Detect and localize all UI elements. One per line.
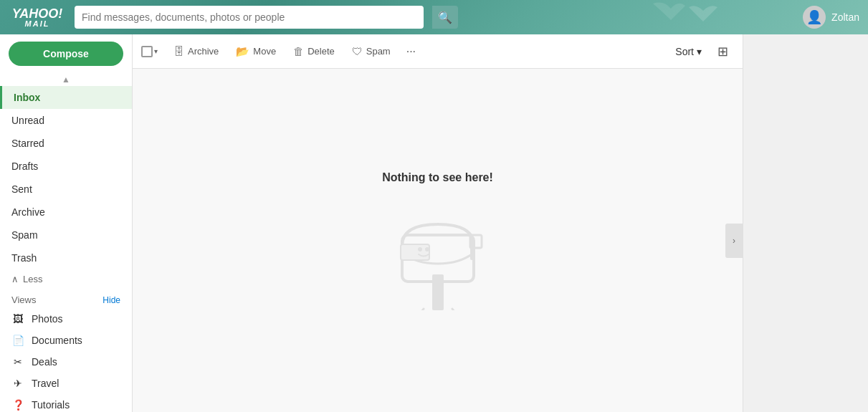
chevron-right-icon: › xyxy=(733,236,735,246)
scroll-up-indicator: ▲ xyxy=(0,73,132,86)
views-section-header: Views Hide xyxy=(0,289,132,308)
mailbox-illustration xyxy=(388,196,488,310)
delete-btn-label: Delete xyxy=(307,46,335,57)
search-bar xyxy=(75,6,424,29)
right-panel xyxy=(743,34,868,412)
photos-label: Photos xyxy=(32,313,63,325)
sidebar-item-deals[interactable]: ✂ Deals xyxy=(0,351,132,373)
less-toggle[interactable]: ∧ Less xyxy=(0,269,132,289)
sent-label: Sent xyxy=(11,183,32,195)
username-label: Zoltan xyxy=(831,11,859,23)
logo: YAHOO! MAIL xyxy=(9,7,66,28)
move-button[interactable]: 📂 Move xyxy=(229,42,283,62)
sidebar-item-inbox[interactable]: Inbox xyxy=(0,86,132,109)
sort-arrow-icon: ▾ xyxy=(697,46,702,57)
select-all-checkbox[interactable] xyxy=(141,46,153,57)
photos-icon: 🖼 xyxy=(11,312,24,325)
svg-rect-0 xyxy=(432,274,444,310)
tutorials-icon: ❓ xyxy=(11,398,24,411)
delete-button[interactable]: 🗑 Delete xyxy=(286,42,342,61)
move-icon: 📂 xyxy=(236,45,249,58)
archive-label: Archive xyxy=(11,206,45,218)
sidebar-item-sent[interactable]: Sent xyxy=(0,178,132,201)
sidebar-item-unread[interactable]: Unread xyxy=(0,109,132,132)
starred-label: Starred xyxy=(11,138,44,149)
views-label: Views xyxy=(11,294,36,305)
spam-icon: 🛡 xyxy=(352,45,363,57)
sidebar-item-starred[interactable]: Starred xyxy=(0,132,132,155)
documents-label: Documents xyxy=(32,335,82,346)
archive-icon: 🗄 xyxy=(173,45,184,57)
archive-btn-label: Archive xyxy=(188,46,219,57)
archive-button[interactable]: 🗄 Archive xyxy=(166,42,226,61)
more-button[interactable]: ··· xyxy=(401,42,421,62)
select-all-area: ▾ xyxy=(141,46,158,57)
toolbar: ▾ 🗄 Archive 📂 Move 🗑 Delete 🛡 Spam ··· xyxy=(133,34,743,69)
spam-label: Spam xyxy=(11,229,38,241)
svg-rect-2 xyxy=(401,244,429,260)
main-content: ▾ 🗄 Archive 📂 Move 🗑 Delete 🛡 Spam ··· xyxy=(133,34,743,412)
search-button[interactable]: 🔍 xyxy=(432,6,458,29)
hide-link[interactable]: Hide xyxy=(102,295,120,305)
sidebar-item-drafts[interactable]: Drafts xyxy=(0,155,132,178)
tutorials-label: Tutorials xyxy=(32,399,70,411)
spam-button[interactable]: 🛡 Spam xyxy=(345,42,398,61)
svg-line-5 xyxy=(420,309,424,310)
compose-button[interactable]: Compose xyxy=(9,42,123,66)
more-icon: ··· xyxy=(406,45,416,58)
deals-icon: ✂ xyxy=(11,355,24,368)
sort-label: Sort xyxy=(675,46,694,57)
svg-point-8 xyxy=(418,247,422,251)
grid-icon: ⊞ xyxy=(717,44,728,59)
trash-label: Trash xyxy=(11,252,37,264)
avatar[interactable]: 👤 xyxy=(803,6,826,29)
user-area: 👤 Zoltan xyxy=(803,6,859,29)
logo-main: YAHOO! xyxy=(12,7,63,20)
empty-title: Nothing to see here! xyxy=(382,171,493,184)
sidebar-item-tutorials[interactable]: ❓ Tutorials xyxy=(0,394,132,412)
sidebar-item-photos[interactable]: 🖼 Photos xyxy=(0,308,132,330)
search-icon: 🔍 xyxy=(438,11,452,24)
svg-point-7 xyxy=(425,247,429,251)
sidebar-item-trash[interactable]: Trash xyxy=(0,246,132,269)
search-input[interactable] xyxy=(82,11,416,23)
documents-icon: 📄 xyxy=(11,334,24,347)
move-btn-label: Move xyxy=(253,46,276,57)
empty-state: Nothing to see here! xyxy=(382,171,493,310)
travel-icon: ✈ xyxy=(11,377,24,390)
drafts-label: Drafts xyxy=(11,161,38,172)
deals-label: Deals xyxy=(32,356,57,368)
sidebar-item-travel[interactable]: ✈ Travel xyxy=(0,373,132,394)
delete-icon: 🗑 xyxy=(293,45,304,57)
logo-sub: MAIL xyxy=(25,20,50,28)
chevron-up-icon: ∧ xyxy=(11,274,19,284)
unread-label: Unread xyxy=(11,115,44,126)
right-panel-toggle[interactable]: › xyxy=(725,224,743,258)
select-dropdown-arrow[interactable]: ▾ xyxy=(154,47,158,55)
sidebar: Compose ▲ Inbox Unread Starred Drafts Se… xyxy=(0,34,133,412)
sidebar-item-documents[interactable]: 📄 Documents xyxy=(0,330,132,351)
app-body: Compose ▲ Inbox Unread Starred Drafts Se… xyxy=(0,34,868,412)
less-label: Less xyxy=(23,274,42,284)
svg-line-6 xyxy=(452,309,456,310)
header: YAHOO! MAIL 🔍 👤 Zoltan xyxy=(0,0,868,34)
inbox-label: Inbox xyxy=(14,92,40,103)
email-list: Nothing to see here! xyxy=(133,69,743,412)
sort-button[interactable]: Sort ▾ xyxy=(668,42,709,61)
travel-label: Travel xyxy=(32,378,59,389)
spam-btn-label: Spam xyxy=(366,46,391,57)
sidebar-item-archive[interactable]: Archive xyxy=(0,201,132,224)
grid-view-button[interactable]: ⊞ xyxy=(712,40,734,63)
sidebar-item-spam[interactable]: Spam xyxy=(0,224,132,246)
